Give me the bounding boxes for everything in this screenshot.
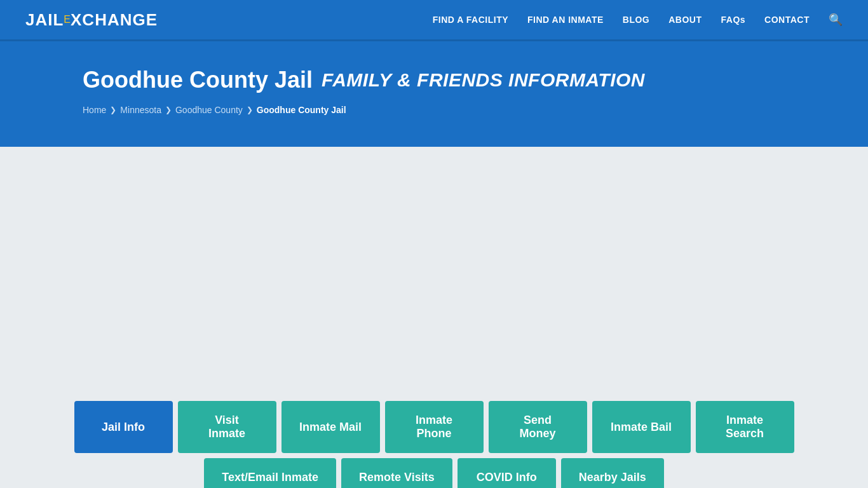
page-title-main: Goodhue County Jail [83, 67, 313, 93]
btn-send-money[interactable]: Send Money [489, 401, 587, 453]
btn-nearby-jails[interactable]: Nearby Jails [561, 458, 664, 488]
btn-covid-info[interactable]: COVID Info [458, 458, 556, 488]
btn-text-email-inmate[interactable]: Text/Email Inmate [204, 458, 336, 488]
nav-buttons-section: Jail Info Visit Inmate Inmate Mail Inmat… [83, 401, 785, 488]
btn-inmate-mail[interactable]: Inmate Mail [281, 401, 380, 453]
btn-inmate-phone[interactable]: Inmate Phone [385, 401, 484, 453]
buttons-row-2: Text/Email Inmate Remote Visits COVID In… [204, 458, 664, 488]
breadcrumb-goodhue-county[interactable]: Goodhue County [175, 105, 243, 115]
nav-about[interactable]: ABOUT [668, 15, 702, 25]
page-title-sub: FAMILY & FRIENDS INFORMATION [322, 69, 645, 91]
page-title: Goodhue County Jail FAMILY & FRIENDS INF… [83, 67, 785, 93]
breadcrumb: Home ❯ Minnesota ❯ Goodhue County ❯ Good… [83, 105, 785, 115]
breadcrumb-sep-3: ❯ [247, 105, 253, 114]
btn-inmate-search[interactable]: Inmate Search [696, 401, 794, 453]
main-nav: FIND A FACILITY FIND AN INMATE BLOG ABOU… [433, 13, 843, 27]
logo-e-text: E [64, 14, 71, 25]
btn-visit-inmate[interactable]: Visit Inmate [178, 401, 276, 453]
nav-find-inmate[interactable]: FIND AN INMATE [527, 15, 604, 25]
nav-find-facility[interactable]: FIND A FACILITY [433, 15, 508, 25]
btn-jail-info[interactable]: Jail Info [74, 401, 173, 453]
breadcrumb-home[interactable]: Home [83, 105, 106, 115]
breadcrumb-sep-2: ❯ [165, 105, 172, 114]
breadcrumb-sep-1: ❯ [110, 105, 116, 114]
hero-section: Goodhue County Jail FAMILY & FRIENDS INF… [0, 41, 868, 147]
site-header: JAIL E XCHANGE FIND A FACILITY FIND AN I… [0, 0, 868, 41]
search-icon[interactable]: 🔍 [829, 13, 843, 27]
logo-jail-text: JAIL [25, 10, 64, 30]
breadcrumb-minnesota[interactable]: Minnesota [120, 105, 161, 115]
ad-area [83, 179, 785, 356]
logo-exchange-text: XCHANGE [71, 10, 158, 30]
site-logo[interactable]: JAIL E XCHANGE [25, 10, 158, 30]
main-content: Jail Info Visit Inmate Inmate Mail Inmat… [0, 147, 868, 488]
buttons-row-1: Jail Info Visit Inmate Inmate Mail Inmat… [74, 401, 794, 453]
nav-faqs[interactable]: FAQs [721, 15, 746, 25]
nav-blog[interactable]: BLOG [623, 15, 649, 25]
nav-contact[interactable]: CONTACT [764, 15, 810, 25]
breadcrumb-current: Goodhue County Jail [257, 105, 346, 115]
btn-remote-visits[interactable]: Remote Visits [341, 458, 452, 488]
btn-inmate-bail[interactable]: Inmate Bail [592, 401, 691, 453]
